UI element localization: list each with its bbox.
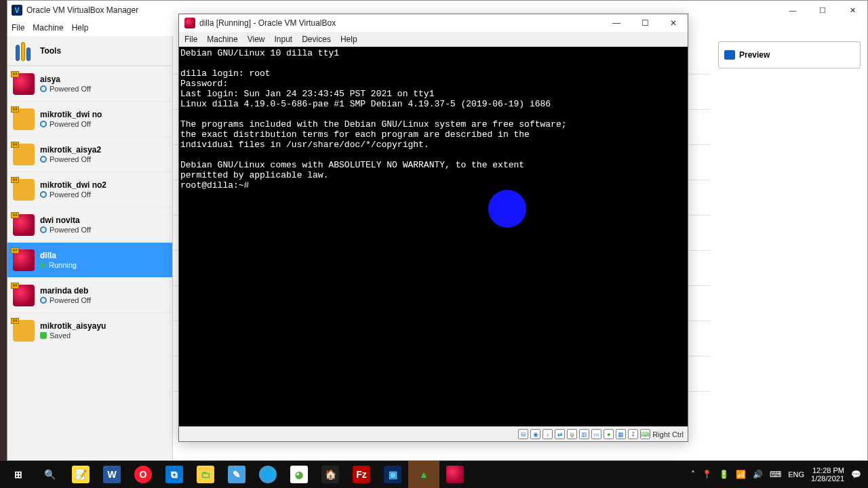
- vm-statusbar: ⛁ ◉ ♪ ⇄ ψ ▥ ▭ ● ▦ ↧ ⌨ Right Ctrl: [179, 426, 688, 441]
- menu-file[interactable]: File: [12, 23, 24, 33]
- windows-taskbar: ⊞ 🔍 📝 W O ⧉ 🗀 ✎ 🌐 ◕ 🏠 Fz ▣ ▲ ˄ 📍 🔋 📶 🔊 ⌨…: [0, 461, 868, 488]
- vm-status: Powered Off: [40, 120, 102, 128]
- vm-menu-help[interactable]: Help: [340, 35, 357, 44]
- network-icon[interactable]: ⇄: [555, 429, 565, 439]
- vm-status: Powered Off: [40, 226, 91, 234]
- vm-status: Saved: [40, 331, 106, 340]
- vm-menu-input[interactable]: Input: [275, 35, 293, 44]
- menu-help[interactable]: Help: [72, 23, 89, 33]
- vm-close-button[interactable]: ✕: [659, 14, 688, 32]
- audio-icon[interactable]: ♪: [542, 429, 553, 439]
- status-icon: [40, 85, 47, 92]
- vm-os-icon: 64: [13, 144, 35, 165]
- vm-item-mikrotik_aisya2[interactable]: 64mikrotik_aisya2Powered Off: [7, 136, 172, 171]
- taskbar-explorer[interactable]: 🗀: [190, 461, 221, 488]
- taskbar-sticky-notes[interactable]: 📝: [65, 461, 96, 488]
- preview-box[interactable]: Preview: [718, 41, 861, 68]
- tray-battery-icon[interactable]: 🔋: [719, 470, 729, 479]
- tray-wifi-icon[interactable]: 📶: [736, 470, 746, 479]
- vm-name: mikrotik_dwi no2: [40, 180, 106, 190]
- vm-status: Powered Off: [40, 296, 91, 304]
- vm-item-dwi-novita[interactable]: 64dwi novitaPowered Off: [7, 207, 172, 242]
- tray-notifications-icon[interactable]: 💬: [851, 470, 861, 479]
- vm-sidebar: Tools 64aisyaPowered Off64mikrotik_dwi n…: [7, 36, 173, 460]
- arch-badge-icon: 64: [11, 318, 19, 324]
- vm-menu-view[interactable]: View: [248, 35, 265, 44]
- close-button[interactable]: ✕: [837, 1, 867, 20]
- taskbar-vm-running[interactable]: [439, 461, 471, 488]
- vm-menubar: File Machine View Input Devices Help: [179, 32, 688, 47]
- taskbar-vscode[interactable]: ⧉: [159, 461, 190, 488]
- cpu-icon[interactable]: ▦: [616, 429, 626, 439]
- taskbar-corel[interactable]: ◕: [283, 461, 315, 488]
- arch-badge-icon: 64: [11, 177, 19, 183]
- vm-minimize-button[interactable]: —: [602, 14, 631, 32]
- arch-badge-icon: 64: [11, 212, 19, 218]
- mouse-icon[interactable]: ↧: [628, 429, 638, 439]
- start-button[interactable]: ⊞: [3, 461, 34, 488]
- vm-item-mikrotik_dwi-no2[interactable]: 64mikrotik_dwi no2Powered Off: [7, 171, 172, 207]
- vm-console[interactable]: Debian GNU/Linux 10 dilla tty1 dilla log…: [179, 47, 688, 426]
- tray-chevron-icon[interactable]: ˄: [691, 470, 695, 479]
- tray-location-icon[interactable]: 📍: [702, 470, 712, 479]
- cursor-highlight-icon: [488, 190, 526, 228]
- vm-item-aisya[interactable]: 64aisyaPowered Off: [7, 66, 172, 101]
- vm-item-marinda-deb[interactable]: 64marinda debPowered Off: [7, 277, 172, 312]
- vm-menu-devices[interactable]: Devices: [302, 35, 331, 44]
- usb-icon[interactable]: ψ: [567, 429, 577, 439]
- display-icon[interactable]: ▭: [591, 429, 601, 439]
- minimize-button[interactable]: —: [778, 1, 808, 20]
- taskbar-opera[interactable]: O: [127, 461, 159, 488]
- taskbar-app2[interactable]: 🏠: [315, 461, 346, 488]
- hdd-icon[interactable]: ⛁: [518, 429, 528, 439]
- vm-os-icon: 64: [13, 108, 35, 130]
- vm-titlebar[interactable]: dilla [Running] - Oracle VM VirtualBox —…: [179, 14, 688, 32]
- tools-row[interactable]: Tools: [7, 36, 172, 66]
- taskbar-app1[interactable]: ✎: [221, 461, 252, 488]
- vm-item-mikrotik_dwi-no[interactable]: 64mikrotik_dwi noPowered Off: [7, 101, 172, 136]
- vm-status: Powered Off: [40, 155, 101, 163]
- tray-clock[interactable]: 12:28 PM 1/28/2021: [811, 466, 844, 483]
- taskbar-virtualbox[interactable]: ▣: [377, 461, 408, 488]
- vm-name: mikrotik_aisyayu: [40, 321, 106, 331]
- vm-status: Powered Off: [40, 85, 91, 93]
- keyboard-icon[interactable]: ⌨: [640, 429, 650, 439]
- recording-icon[interactable]: ●: [604, 429, 614, 439]
- manager-title: Oracle VM VirtualBox Manager: [26, 5, 138, 15]
- vm-name: marinda deb: [40, 286, 91, 296]
- menu-machine[interactable]: Machine: [33, 23, 63, 33]
- arch-badge-icon: 64: [11, 106, 19, 113]
- shared-folder-icon[interactable]: ▥: [579, 429, 589, 439]
- vm-item-dilla[interactable]: 64dillaRunning: [7, 242, 172, 277]
- tray-volume-icon[interactable]: 🔊: [753, 470, 763, 479]
- taskbar-word[interactable]: W: [96, 461, 127, 488]
- vm-menu-file[interactable]: File: [184, 35, 197, 44]
- vm-status: Running: [40, 261, 77, 269]
- status-icon: [40, 156, 47, 163]
- status-icon: [40, 121, 47, 127]
- vm-menu-machine[interactable]: Machine: [207, 35, 237, 44]
- optical-icon[interactable]: ◉: [530, 429, 540, 439]
- status-icon: [40, 262, 46, 268]
- vm-status: Powered Off: [40, 190, 106, 199]
- arch-badge-icon: 64: [11, 247, 19, 253]
- system-tray[interactable]: ˄ 📍 🔋 📶 🔊 ⌨ ENG 12:28 PM 1/28/2021 💬: [691, 466, 865, 483]
- vm-name: dilla: [40, 251, 77, 260]
- taskbar-filezilla[interactable]: Fz: [346, 461, 377, 488]
- search-button[interactable]: 🔍: [34, 461, 65, 488]
- maximize-button[interactable]: ☐: [808, 1, 837, 20]
- vm-maximize-button[interactable]: ☐: [631, 14, 659, 32]
- vm-running-window: dilla [Running] - Oracle VM VirtualBox —…: [178, 14, 688, 442]
- tray-language[interactable]: ENG: [788, 470, 804, 479]
- vm-os-icon: 64: [13, 249, 35, 271]
- taskbar-drive[interactable]: ▲: [408, 461, 439, 488]
- status-icon: [40, 297, 47, 304]
- tray-keyboard-icon[interactable]: ⌨: [770, 470, 781, 479]
- vm-name: mikrotik_aisya2: [40, 145, 101, 155]
- vm-name: dwi novita: [40, 216, 91, 225]
- taskbar-browser[interactable]: 🌐: [252, 461, 283, 488]
- arch-badge-icon: 64: [11, 283, 19, 289]
- tray-date: 1/28/2021: [811, 474, 844, 483]
- debian-icon: [184, 18, 195, 28]
- vm-item-mikrotik_aisyayu[interactable]: 64mikrotik_aisyayuSaved: [7, 312, 172, 348]
